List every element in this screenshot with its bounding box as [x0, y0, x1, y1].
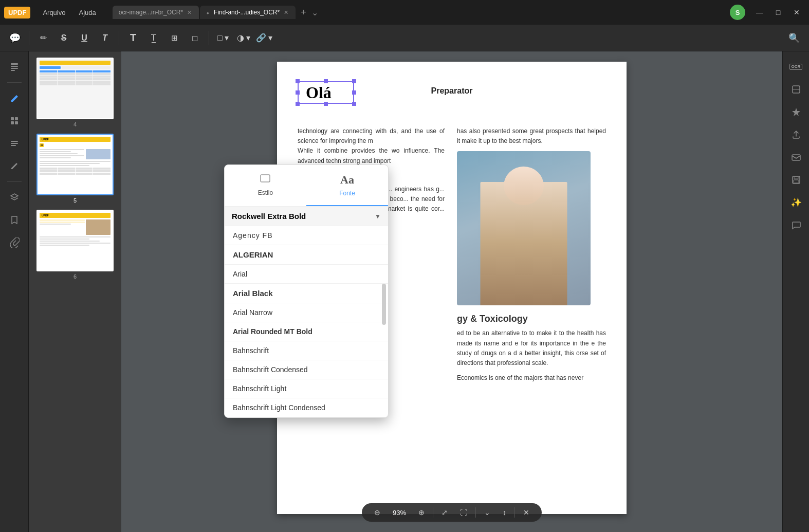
thumbnail-4[interactable]: 4	[33, 58, 117, 127]
tab-1-close[interactable]: ✕	[186, 9, 193, 16]
font-item-agency-fb[interactable]: Agency FB	[225, 226, 388, 245]
pdf-area[interactable]: Olá Preparator technology are connecting…	[121, 51, 782, 532]
edit-T-button[interactable]: T̲	[145, 29, 162, 47]
toolbar: 💬 ✏ S U T T T̲ ⊞ ◻ □ ▾ ◑ ▾ 🔗 ▾ 🔍	[0, 25, 809, 51]
sidebar-right-ocr-icon[interactable]: OCR	[787, 58, 805, 76]
font-item-bahnschrift-light-condensed[interactable]: Bahnschrift Light Condensed	[225, 398, 388, 417]
window-controls: — □ ✕	[751, 4, 805, 21]
sidebar-highlight-icon[interactable]	[5, 89, 24, 107]
sidebar-right: OCR ✨	[782, 51, 809, 532]
menu-arquivo[interactable]: Arquivo	[36, 6, 71, 20]
font-item-arial-black[interactable]: Arial Black	[225, 284, 388, 303]
close-button[interactable]: ✕	[788, 4, 805, 21]
handle-bm[interactable]	[324, 102, 328, 106]
menu-ajuda[interactable]: Ajuda	[72, 6, 102, 20]
thumbnail-5-num: 5	[73, 197, 77, 204]
handle-mr[interactable]	[352, 90, 356, 95]
sidebar-right-chat-icon[interactable]	[787, 216, 805, 234]
thumbnail-5-img: UPDF 03	[36, 134, 114, 195]
svg-rect-5	[15, 117, 18, 120]
sidebar-layers-icon[interactable]	[5, 188, 24, 207]
comment-button[interactable]: 💬	[6, 29, 24, 47]
search-button[interactable]: 🔍	[785, 29, 803, 47]
font-tab-estilo[interactable]: Estilo	[225, 165, 306, 206]
sidebar-right-scan-icon[interactable]	[787, 80, 805, 99]
handle-br[interactable]	[352, 102, 356, 106]
italic-T-button[interactable]: T	[96, 29, 114, 47]
user-avatar[interactable]: S	[730, 5, 745, 20]
handle-ml[interactable]	[296, 90, 300, 95]
handle-tm[interactable]	[324, 79, 328, 83]
font-item-arial-narrow[interactable]: Arial Narrow	[225, 303, 388, 322]
font-picker-popup: Estilo Aa Fonte Rockwell Extra Bold ▼ Ag…	[224, 164, 389, 418]
font-item-arial-rounded[interactable]: Arial Rounded MT Bold	[225, 322, 388, 341]
zoom-minus-button[interactable]: ⊖	[370, 506, 384, 519]
tab-add-button[interactable]: +	[297, 7, 310, 18]
svg-rect-10	[11, 145, 16, 146]
selected-text-box[interactable]: Olá	[298, 81, 354, 104]
strikethrough-button[interactable]: S	[55, 29, 72, 47]
collapse-button[interactable]: ⌄	[480, 506, 494, 519]
sidebar-right-share-icon[interactable]	[787, 125, 805, 144]
font-item-bahnschrift[interactable]: Bahnschrift	[225, 341, 388, 360]
zoom-plus-button[interactable]: ⊕	[414, 506, 429, 519]
font-popup-tabs: Estilo Aa Fonte	[225, 165, 388, 207]
bottom-sep-2	[475, 507, 476, 518]
fit-button[interactable]: ⤢	[437, 506, 452, 519]
link-button[interactable]: 🔗 ▾	[255, 29, 273, 47]
underline-button[interactable]: U	[76, 29, 93, 47]
sidebar-right-save-icon[interactable]	[787, 171, 805, 189]
ocr-label: OCR	[789, 64, 803, 70]
toolbar-separator-2	[119, 31, 119, 45]
font-item-bahnschrift-light[interactable]: Bahnschrift Light	[225, 379, 388, 398]
current-font-selector[interactable]: Rockwell Extra Bold ▼	[225, 207, 388, 226]
pdf-text-1: technology are connecting with ds, and t…	[298, 126, 445, 166]
sidebar-grid-icon[interactable]	[5, 112, 24, 130]
sidebar-bookmark-icon[interactable]	[5, 211, 24, 229]
tab-2[interactable]: ⬥ Find-and-...udies_OCR* ✕	[200, 6, 296, 19]
svg-rect-2	[11, 68, 18, 69]
thumbnail-5[interactable]: UPDF 03	[33, 134, 117, 204]
thumbnail-6[interactable]: UPDF 6	[33, 210, 117, 280]
handle-tl[interactable]	[296, 79, 300, 83]
font-item-algerian[interactable]: ALGERIAN	[225, 245, 388, 265]
font-list[interactable]: Agency FB ALGERIAN Arial Arial Black Ari…	[225, 226, 388, 417]
pharm-text: ed to be an alternative to to make it to…	[457, 328, 606, 368]
sidebar-paperclip-icon[interactable]	[5, 233, 24, 252]
sidebar-lines-icon[interactable]	[5, 134, 24, 153]
toolbar-separator-1	[29, 31, 29, 45]
sidebar-sep-1	[7, 82, 22, 83]
svg-rect-15	[792, 155, 800, 160]
expand-button[interactable]: ⛶	[456, 506, 471, 519]
maximize-button[interactable]: □	[770, 4, 786, 21]
text-edit-container[interactable]: Olá	[298, 81, 354, 104]
person-head	[504, 167, 544, 205]
svg-rect-1	[11, 66, 18, 67]
pdf-right-intro: has also presented some great prospects …	[457, 126, 606, 146]
highlight-button[interactable]: ✏	[34, 29, 52, 47]
bottom-sep-3	[514, 507, 515, 518]
font-item-arial[interactable]: Arial	[225, 265, 388, 284]
resize-button[interactable]: ↕	[499, 506, 510, 519]
sidebar-right-ai-icon[interactable]	[787, 103, 805, 121]
sidebar-edit-icon[interactable]	[5, 157, 24, 175]
minimize-button[interactable]: —	[751, 4, 768, 21]
font-tab-fonte[interactable]: Aa Fonte	[306, 165, 388, 206]
crop-button[interactable]: ⊞	[166, 29, 183, 47]
font-item-bahnschrift-condensed[interactable]: Bahnschrift Condensed	[225, 360, 388, 379]
font-list-scrollbar[interactable]	[382, 284, 386, 325]
shape-button[interactable]: □ ▾	[214, 29, 232, 47]
erase-button[interactable]: ◻	[186, 29, 204, 47]
tab-2-close[interactable]: ✕	[283, 9, 289, 16]
color-button[interactable]: ◑ ▾	[235, 29, 252, 47]
thumbnail-4-img	[36, 58, 114, 119]
handle-bl[interactable]	[296, 102, 300, 106]
sidebar-right-mail-icon[interactable]	[787, 148, 805, 167]
sidebar-right-sparkle-icon[interactable]: ✨	[787, 193, 805, 212]
close-bar-button[interactable]: ✕	[519, 506, 534, 519]
handle-tr[interactable]	[352, 79, 356, 83]
tabs-dropdown[interactable]: ⌄	[311, 8, 318, 17]
tab-1[interactable]: ocr-image...in-br_OCR* ✕	[113, 6, 199, 19]
big-T-button[interactable]: T	[124, 29, 142, 47]
sidebar-pages-icon[interactable]	[5, 58, 24, 76]
